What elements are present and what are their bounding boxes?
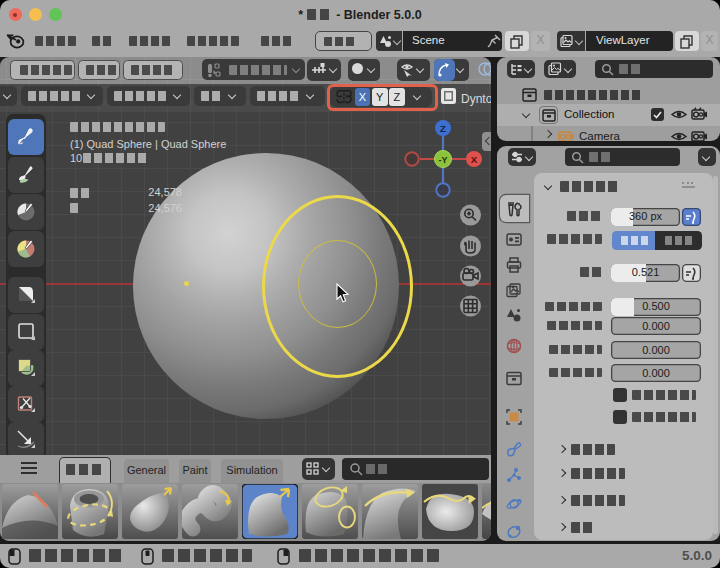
svg-text:-Y: -Y (439, 155, 448, 165)
svg-text:X: X (471, 154, 478, 165)
svg-text:Z: Z (440, 123, 446, 134)
